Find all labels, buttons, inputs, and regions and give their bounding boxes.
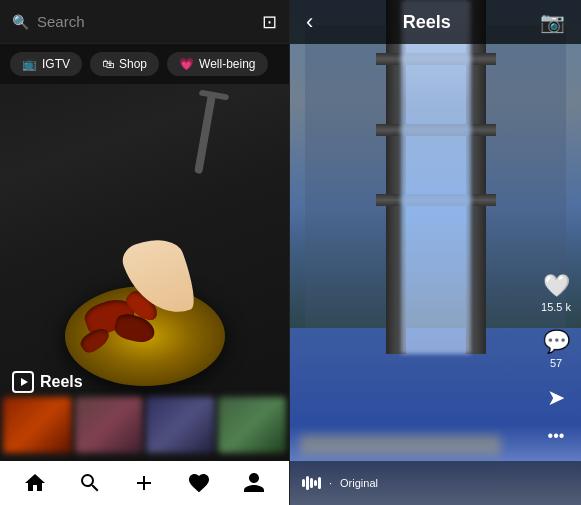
igtv-filter-chip[interactable]: 📺 IGTV bbox=[10, 52, 82, 76]
audio-bars bbox=[302, 476, 321, 490]
left-video-area: Reels bbox=[0, 84, 289, 461]
right-bottom-bar: · Original bbox=[290, 461, 581, 505]
search-input[interactable] bbox=[37, 13, 254, 30]
audio-bar-4 bbox=[314, 480, 317, 486]
reels-video-area[interactable]: 🤍 15.5 k 💬 57 ➤ ••• bbox=[290, 0, 581, 505]
thumbnail-2[interactable] bbox=[75, 397, 144, 453]
back-button[interactable]: ‹ bbox=[306, 9, 313, 35]
thumbnails-strip bbox=[0, 397, 289, 453]
left-panel: 🔍 ⊡ 📺 IGTV 🛍 Shop 💗 Well-being bbox=[0, 0, 290, 505]
search-icon: 🔍 bbox=[12, 14, 29, 30]
thumbnail-1[interactable] bbox=[3, 397, 72, 453]
filter-bar: 📺 IGTV 🛍 Shop 💗 Well-being bbox=[0, 44, 289, 84]
add-nav-button[interactable] bbox=[126, 465, 162, 501]
audio-label-text: Original bbox=[340, 477, 378, 489]
like-button[interactable]: 🤍 15.5 k bbox=[541, 273, 571, 313]
reels-play-icon bbox=[12, 371, 34, 393]
audio-bar-2 bbox=[306, 476, 309, 490]
pan-visual bbox=[65, 286, 225, 386]
audio-info: · Original bbox=[302, 476, 569, 490]
plus-icon bbox=[132, 471, 156, 495]
search-icon-nav bbox=[78, 471, 102, 495]
share-icon: ➤ bbox=[547, 385, 565, 411]
like-count: 15.5 k bbox=[541, 301, 571, 313]
reels-title: Reels bbox=[403, 12, 451, 33]
comment-icon: 💬 bbox=[543, 329, 570, 355]
bottom-nav bbox=[0, 461, 289, 505]
home-nav-button[interactable] bbox=[17, 465, 53, 501]
heart-icon bbox=[187, 471, 211, 495]
shop-icon: 🛍 bbox=[102, 57, 114, 71]
search-bar: 🔍 ⊡ bbox=[0, 0, 289, 44]
igtv-icon: 📺 bbox=[22, 57, 37, 71]
right-panel: ‹ Reels 📷 🤍 15.5 k bbox=[290, 0, 581, 505]
thumbnail-3[interactable] bbox=[146, 397, 215, 453]
profile-icon bbox=[242, 471, 266, 495]
profile-nav-button[interactable] bbox=[236, 465, 272, 501]
thumbnail-4[interactable] bbox=[218, 397, 287, 453]
username-blurred bbox=[300, 435, 501, 455]
comment-button[interactable]: 💬 57 bbox=[543, 329, 570, 369]
wellbeing-icon: 💗 bbox=[179, 57, 194, 71]
heart-action-icon: 🤍 bbox=[543, 273, 570, 299]
side-actions: 🤍 15.5 k 💬 57 ➤ ••• bbox=[541, 273, 571, 445]
share-button[interactable]: ➤ bbox=[547, 385, 565, 411]
heart-nav-button[interactable] bbox=[181, 465, 217, 501]
comment-count: 57 bbox=[550, 357, 562, 369]
audio-bar-3 bbox=[310, 478, 313, 488]
waterfall-flow bbox=[401, 0, 471, 354]
audio-bar-5 bbox=[318, 477, 321, 489]
right-header: ‹ Reels 📷 bbox=[290, 0, 581, 44]
ellipsis-icon: ••• bbox=[548, 427, 565, 445]
tower-structure bbox=[376, 0, 496, 354]
audio-bar-1 bbox=[302, 479, 305, 487]
reels-label-left: Reels bbox=[12, 371, 83, 393]
camera-icon-right[interactable]: 📷 bbox=[540, 10, 565, 34]
home-icon bbox=[23, 471, 47, 495]
more-button[interactable]: ••• bbox=[548, 427, 565, 445]
camera-outline-icon[interactable]: ⊡ bbox=[262, 11, 277, 33]
wellbeing-filter-chip[interactable]: 💗 Well-being bbox=[167, 52, 267, 76]
search-nav-button[interactable] bbox=[72, 465, 108, 501]
shop-filter-chip[interactable]: 🛍 Shop bbox=[90, 52, 159, 76]
